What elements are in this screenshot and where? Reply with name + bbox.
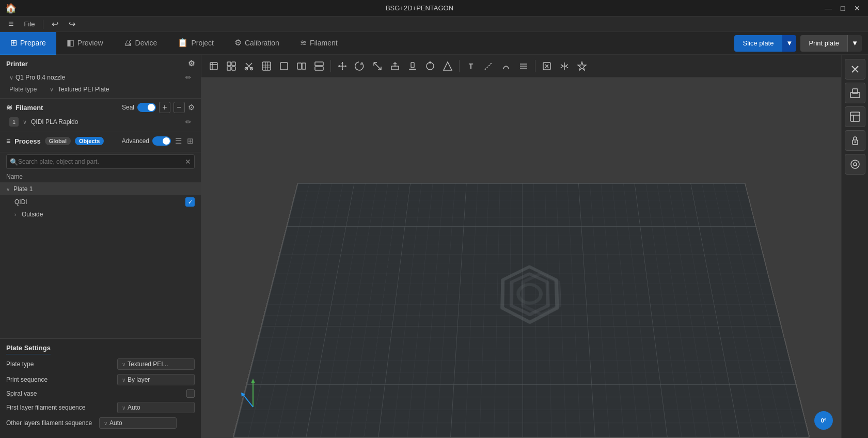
settings-first-layer-row: First layer filament sequence ∨ Auto — [6, 402, 195, 413]
rotate-button[interactable] — [352, 58, 368, 74]
grid-button[interactable] — [223, 58, 240, 74]
tab-preview[interactable]: ◧ Preview — [56, 32, 114, 55]
search-clear-button[interactable]: ✕ — [185, 158, 191, 166]
tab-prepare[interactable]: ⊞ Prepare — [0, 32, 56, 55]
move-button[interactable] — [334, 58, 351, 74]
layout-view-button[interactable] — [845, 106, 865, 127]
tab-device[interactable]: 🖨 Device — [114, 32, 168, 55]
filament-header: ≋ Filament Seal + − ⚙ — [6, 102, 195, 113]
settings-first-layer-dropdown[interactable]: ∨ Auto — [117, 402, 195, 413]
left-panel: Printer ⚙ ∨ Q1 Pro 0.4 nozzle ✏ Plate ty… — [0, 55, 201, 438]
plate-logo — [487, 261, 572, 329]
tag-objects[interactable]: Objects — [75, 137, 104, 145]
undo-button[interactable]: ↩ — [48, 17, 62, 31]
title-bar: 🏠 BSG+2D+PENTAGON — □ ✕ — [0, 0, 868, 17]
print-plate-dropdown[interactable]: ▼ — [847, 35, 862, 52]
svg-rect-11 — [315, 62, 323, 66]
toolbar: T — [201, 55, 841, 77]
settings-other-layers-dropdown[interactable]: ∨ Auto — [99, 417, 177, 429]
qidi-checkbox[interactable] — [185, 197, 195, 207]
tag-global[interactable]: Global — [45, 137, 71, 145]
filament-icon: ≋ — [300, 38, 307, 48]
svg-marker-18 — [444, 62, 452, 70]
plate-type-row: Plate type ∨ Textured PEI Plate — [6, 84, 195, 95]
svg-rect-1 — [227, 62, 231, 66]
emboss-button[interactable] — [498, 58, 514, 74]
add-object-button[interactable] — [206, 58, 222, 74]
tab-project[interactable]: 📋 Project — [167, 32, 224, 55]
filament-controls: Seal + − ⚙ — [122, 102, 195, 113]
lock-view-button[interactable] — [845, 130, 865, 151]
settings-print-sequence-dropdown[interactable]: ∨ By layer — [117, 374, 195, 385]
settings-plate-type-dropdown[interactable]: ∨ Textured PEI... — [117, 358, 195, 370]
canvas-area[interactable]: 0° — [201, 77, 841, 438]
tab-filament[interactable]: ≋ Filament — [290, 32, 348, 55]
svg-point-36 — [851, 160, 859, 168]
scale-button[interactable] — [369, 58, 386, 74]
process-list-icon[interactable]: ☰ — [174, 135, 183, 147]
support-button[interactable] — [404, 58, 421, 74]
plate-expand-icon: ∨ — [6, 186, 13, 192]
file-menu[interactable]: File — [20, 18, 39, 30]
svg-marker-20 — [578, 62, 586, 70]
split-button[interactable] — [293, 58, 310, 74]
settings-other-layers-row: Other layers filament sequence ∨ Auto — [6, 417, 195, 429]
filament-edit-icon[interactable]: ✏ — [185, 118, 192, 126]
svg-line-29 — [243, 394, 253, 407]
text-button[interactable]: T — [463, 58, 479, 74]
toolbar-sep-1 — [330, 60, 331, 72]
svg-point-17 — [429, 61, 431, 64]
redo-button[interactable]: ↪ — [65, 17, 80, 31]
mirror-button[interactable] — [556, 58, 573, 74]
advanced-toggle[interactable] — [152, 136, 171, 146]
close-view-button[interactable] — [845, 59, 865, 80]
modifier-button[interactable] — [515, 58, 532, 74]
settings-spiral-vase-checkbox[interactable] — [186, 389, 195, 398]
transform-button[interactable] — [539, 58, 555, 74]
printer-edit-icon[interactable]: ✏ — [185, 73, 192, 82]
svg-point-37 — [854, 163, 857, 166]
filament-remove-button[interactable]: − — [173, 102, 185, 113]
close-button[interactable]: ✕ — [850, 3, 864, 14]
filament-settings-icon[interactable]: ⚙ — [188, 103, 195, 112]
printer-settings-icon[interactable]: ⚙ — [188, 59, 195, 68]
settings-print-sequence-row: Print sequence ∨ By layer — [6, 374, 195, 385]
print-plate-button[interactable]: Print plate — [800, 35, 847, 52]
filament-add-button[interactable]: + — [159, 102, 170, 113]
slice-plate-button[interactable]: Slice plate — [734, 35, 782, 52]
slice-plate-dropdown[interactable]: ▼ — [782, 35, 796, 52]
window-controls[interactable]: — □ ✕ — [822, 3, 864, 14]
maximize-button[interactable]: □ — [836, 3, 849, 14]
minimize-button[interactable]: — — [822, 3, 835, 14]
extra-button[interactable] — [574, 58, 590, 74]
calibration-icon: ⚙ — [234, 38, 242, 48]
plate-row[interactable]: ∨ Plate 1 — [0, 183, 201, 195]
viewport[interactable]: T — [201, 55, 841, 438]
auto-orient-button[interactable] — [845, 83, 865, 103]
filament-number: 1 — [9, 117, 19, 127]
project-icon: 📋 — [178, 38, 188, 48]
title-bar-left: 🏠 — [4, 3, 18, 14]
seam-button[interactable] — [422, 58, 438, 74]
outside-row[interactable]: › Outside — [0, 209, 201, 220]
merge-button[interactable] — [311, 58, 327, 74]
tab-calibration[interactable]: ⚙ Calibration — [224, 32, 290, 55]
face-button[interactable] — [439, 58, 456, 74]
place-button[interactable] — [387, 58, 403, 74]
cut-button[interactable] — [241, 58, 257, 74]
orient-button[interactable] — [276, 58, 292, 74]
seal-toggle[interactable] — [137, 103, 156, 112]
printer-section: Printer ⚙ ∨ Q1 Pro 0.4 nozzle ✏ Plate ty… — [0, 55, 201, 99]
search-input[interactable] — [18, 155, 185, 168]
object-list: Name ∨ Plate 1 QIDI › Outside — [0, 171, 201, 338]
connector-button[interactable] — [480, 58, 497, 74]
svg-rect-0 — [210, 62, 217, 70]
svg-rect-12 — [315, 67, 323, 70]
qidi-row[interactable]: QIDI — [0, 195, 201, 209]
view-mode-button[interactable] — [845, 154, 865, 175]
process-grid-icon[interactable]: ⊞ — [186, 135, 195, 147]
hamburger-menu[interactable]: ≡ — [4, 17, 18, 32]
svg-rect-33 — [850, 112, 860, 121]
arrange-button[interactable] — [258, 58, 275, 74]
right-panel — [841, 55, 868, 438]
